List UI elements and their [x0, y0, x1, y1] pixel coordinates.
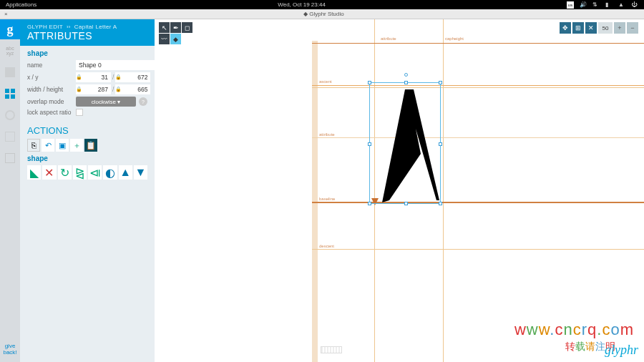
paste-shape-action[interactable]: 📋: [84, 139, 97, 152]
paste-action[interactable]: ▣: [56, 139, 69, 152]
settings-tab[interactable]: [0, 84, 20, 104]
attribute-side-label: attribute: [319, 132, 335, 137]
tab-title: ◆ Glyphr Studio: [8, 11, 640, 17]
glyphr-logo: glyphr: [605, 343, 638, 358]
wh-label: width / height: [27, 86, 76, 93]
svg-rect-2: [5, 94, 9, 99]
input-method-indicator[interactable]: us: [567, 1, 574, 9]
lock-aspect-checkbox[interactable]: [76, 109, 83, 116]
power-icon[interactable]: ⏻: [631, 1, 638, 9]
shape-actions-label: shape: [27, 155, 147, 162]
notification-icon[interactable]: ▲: [618, 1, 625, 9]
lock-aspect-label: lock aspect ratio: [27, 109, 76, 116]
history-tab[interactable]: [0, 105, 20, 125]
overlap-mode-dropdown[interactable]: clockwise ▾: [76, 97, 136, 107]
give-back-link[interactable]: give back!: [3, 343, 16, 356]
svg-rect-1: [11, 89, 15, 93]
actions-title: ACTIONS: [27, 125, 147, 136]
baseline-label: baseline: [319, 197, 335, 201]
lock-w-icon[interactable]: 🔒: [76, 84, 82, 94]
battery-icon[interactable]: ▮: [605, 1, 613, 9]
guides-tab[interactable]: [0, 127, 20, 147]
network-icon[interactable]: ⇅: [592, 1, 600, 9]
ascent-side-label: ascent: [319, 79, 332, 84]
lock-h-icon[interactable]: 🔒: [115, 84, 122, 94]
x-input[interactable]: [82, 72, 111, 82]
flip-h-shape[interactable]: ⧎: [73, 165, 87, 180]
ascent-label: attribute: [381, 36, 396, 41]
lock-y-icon[interactable]: 🔒: [115, 72, 122, 82]
capheight-label: capheight: [445, 36, 464, 41]
add-action[interactable]: ＋: [70, 139, 83, 152]
shape-name-input[interactable]: [76, 60, 158, 70]
lock-x-icon[interactable]: 🔒: [76, 72, 82, 82]
attributes-panel: GLYPH EDIT ›› Capital Letter A ATTRIBUTE…: [20, 19, 155, 362]
svg-rect-0: [5, 89, 9, 93]
glyph-canvas[interactable]: ↖ ✒ ◻ 〰 ◆ ✥ ⊞ ✕ 50 + − attribute: [155, 19, 644, 362]
glyph-shape-a[interactable]: [376, 89, 441, 204]
save-tab[interactable]: [0, 148, 20, 168]
alphabet-tab[interactable]: abc xyz: [0, 41, 20, 61]
rotate-shape[interactable]: ↻: [58, 165, 72, 180]
xy-label: x / y: [27, 74, 76, 81]
width-input[interactable]: [82, 84, 111, 94]
desktop-topbar: Applications Wed, Oct 19 23:44 us 🔊 ⇅ ▮ …: [0, 0, 644, 9]
browser-tab-bar: × ◆ Glyphr Studio: [0, 9, 644, 19]
glyph-edit-tab[interactable]: g: [0, 19, 20, 39]
undo-action[interactable]: ↶: [42, 139, 54, 152]
overlap-label: overlap mode: [27, 98, 76, 105]
applications-menu[interactable]: Applications: [6, 1, 36, 8]
height-input[interactable]: [122, 84, 150, 94]
move-layer-up[interactable]: ▲: [119, 165, 132, 180]
left-icon-rail: g abc xyz give back!: [0, 19, 20, 362]
name-label: name: [27, 62, 76, 69]
scale-indicator: [321, 346, 342, 353]
reverse-winding[interactable]: ◐: [103, 165, 117, 180]
rotate-handle[interactable]: [404, 73, 408, 77]
shape-section-title: shape: [27, 49, 147, 57]
descent-label: descent: [319, 244, 334, 248]
info-icon[interactable]: ?: [139, 97, 147, 106]
svg-rect-3: [11, 94, 15, 99]
watermark-text: www.cncrq.com: [514, 321, 634, 339]
move-layer-down[interactable]: ▼: [134, 165, 147, 180]
delete-shape[interactable]: ✕: [42, 165, 56, 180]
panel-title: ATTRIBUTES: [27, 30, 147, 41]
flip-v-shape[interactable]: ⧏: [88, 165, 102, 180]
layers-tab[interactable]: [0, 62, 20, 82]
copy-action[interactable]: ⎘: [27, 139, 40, 152]
breadcrumb[interactable]: GLYPH EDIT ›› Capital Letter A: [27, 24, 147, 30]
clock[interactable]: Wed, Oct 19 23:44: [36, 1, 567, 8]
y-input[interactable]: [122, 72, 150, 82]
volume-icon[interactable]: 🔊: [580, 1, 587, 9]
duplicate-shape[interactable]: ◣: [27, 165, 41, 180]
